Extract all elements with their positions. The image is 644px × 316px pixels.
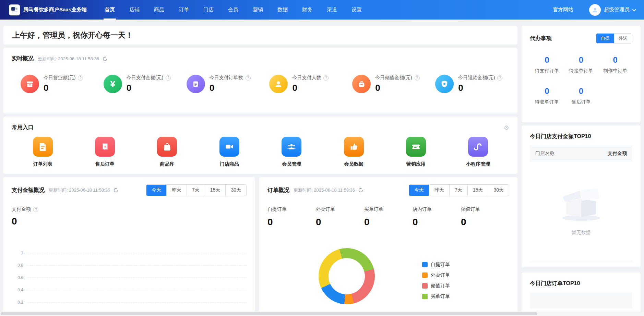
column-payment-amount: 支付金额 bbox=[608, 150, 627, 157]
donut-legend: 自提订单 外卖订单 储值订单 买单订单 bbox=[422, 259, 450, 302]
horizontal-scrollbar[interactable] bbox=[0, 312, 644, 316]
legend-item-stored-value[interactable]: 储值订单 bbox=[422, 280, 450, 291]
nav-item-orders[interactable]: 订单 bbox=[171, 0, 196, 20]
shortcut-label: 会员管理 bbox=[282, 161, 301, 167]
stat-label: 今日支付金额(元) bbox=[127, 75, 163, 81]
stat-today-paying-users: 今日支付人数? 0 bbox=[260, 75, 343, 93]
help-icon[interactable]: ? bbox=[166, 75, 171, 81]
help-icon[interactable]: ? bbox=[78, 75, 83, 81]
shortcut-member-data[interactable]: 会员数据 bbox=[323, 137, 385, 167]
todo-pending-accept[interactable]: 0待接单订单 bbox=[564, 55, 598, 74]
help-icon[interactable]: ? bbox=[497, 75, 502, 81]
divider bbox=[530, 261, 632, 261]
person-icon bbox=[269, 75, 288, 93]
legend-swatch bbox=[422, 283, 428, 289]
tab-15days[interactable]: 15天 bbox=[467, 185, 488, 196]
shortcut-goods-library[interactable]: 商品库 bbox=[136, 137, 198, 167]
todo-in-production[interactable]: 0制作中订单 bbox=[598, 55, 632, 74]
nav-item-members[interactable]: 会员 bbox=[221, 0, 246, 20]
aside-column: 代办事项 自提 外送 0待支付订单 0待接单订单 0制作中订单 0待取单订单 0… bbox=[522, 26, 641, 316]
tab-30days[interactable]: 30天 bbox=[488, 185, 509, 196]
tab-today[interactable]: 今天 bbox=[146, 185, 166, 196]
nav-item-home[interactable]: 首页 bbox=[97, 0, 122, 20]
official-site-link[interactable]: 官方网站 bbox=[553, 7, 573, 13]
todo-toggle: 自提 外送 bbox=[596, 33, 632, 44]
gear-icon[interactable]: ⚙ bbox=[504, 125, 509, 131]
empty-box-illustration bbox=[561, 186, 602, 221]
ticket-icon bbox=[406, 137, 426, 157]
payment-metric-value: 0 bbox=[12, 216, 247, 227]
nav-item-goods[interactable]: 商品 bbox=[147, 0, 171, 20]
tab-15days[interactable]: 15天 bbox=[205, 185, 226, 196]
nav-item-marketing[interactable]: 营销 bbox=[246, 0, 270, 20]
y-tick: 0.2 bbox=[12, 300, 23, 305]
shortcut-miniprogram-management[interactable]: 小程序管理 bbox=[447, 137, 509, 167]
y-tick: 1 bbox=[12, 251, 23, 255]
y-tick: 0.8 bbox=[12, 263, 23, 268]
avatar-person-icon bbox=[592, 7, 598, 13]
shopping-bag-icon bbox=[157, 137, 177, 157]
top-payment-title: 今日门店支付金额TOP10 bbox=[530, 133, 632, 140]
tab-yesterday[interactable]: 昨天 bbox=[429, 185, 449, 196]
tab-yesterday[interactable]: 昨天 bbox=[166, 185, 187, 196]
toggle-delivery[interactable]: 外送 bbox=[614, 34, 632, 43]
brand: 腾马餐饮多商户Saas业务端 bbox=[9, 4, 97, 15]
shortcut-store-goods[interactable]: 门店商品 bbox=[198, 137, 260, 167]
help-icon[interactable]: ? bbox=[415, 75, 420, 81]
stat-value: 0 bbox=[210, 83, 251, 93]
tab-7days[interactable]: 7天 bbox=[449, 185, 467, 196]
stat-value: 0 bbox=[375, 83, 419, 93]
document-icon bbox=[33, 137, 53, 157]
tab-today[interactable]: 今天 bbox=[409, 185, 429, 196]
help-icon[interactable]: ? bbox=[323, 75, 329, 81]
svg-text:¥: ¥ bbox=[104, 144, 106, 148]
shortcut-order-list[interactable]: 订单列表 bbox=[12, 137, 74, 167]
shortcut-aftersale-orders[interactable]: ¥ 售后订单 bbox=[74, 137, 136, 167]
realtime-title: 实时概况 bbox=[12, 55, 34, 62]
payment-range-tabs: 今天 昨天 7天 15天 30天 bbox=[146, 184, 247, 196]
todo-pending-payment[interactable]: 0待支付订单 bbox=[530, 55, 564, 74]
refresh-icon[interactable] bbox=[113, 187, 119, 193]
document-lines-icon bbox=[187, 75, 205, 93]
legend-item-pay-bill[interactable]: 买单订单 bbox=[422, 291, 450, 302]
legend-swatch bbox=[422, 294, 428, 299]
help-icon[interactable]: ? bbox=[246, 75, 251, 81]
refresh-icon[interactable] bbox=[102, 56, 108, 62]
realtime-overview-card: 实时概况 更新时间: 2025-06-18 11:58:36 今日营业额(元)?… bbox=[3, 48, 517, 113]
todo-pending-pickup[interactable]: 0待取单订单 bbox=[530, 86, 564, 105]
nav-item-settings[interactable]: 设置 bbox=[344, 0, 369, 20]
stat-label: 今日支付人数 bbox=[292, 75, 321, 81]
nav-item-shop[interactable]: 店铺 bbox=[122, 0, 147, 20]
help-icon[interactable]: ? bbox=[33, 207, 38, 212]
legend-item-pickup[interactable]: 自提订单 bbox=[422, 259, 450, 270]
tab-30days[interactable]: 30天 bbox=[225, 185, 246, 196]
toggle-pickup[interactable]: 自提 bbox=[596, 34, 614, 43]
todo-aftersale[interactable]: 0售后订单 bbox=[564, 86, 598, 105]
legend-swatch bbox=[422, 272, 428, 278]
scrollbar-thumb[interactable] bbox=[1, 312, 537, 315]
navbar-right: 官方网站 超级管理员 bbox=[553, 4, 635, 16]
shortcuts-title: 常用入口 bbox=[12, 124, 34, 131]
payment-update-time: 更新时间: 2025-06-18 11:58:36 bbox=[49, 187, 110, 193]
nav-item-finance[interactable]: 财务 bbox=[295, 0, 320, 20]
shortcut-marketing-apps[interactable]: 营销应用 bbox=[385, 137, 447, 167]
top-orders-card: 今日门店订单TOP10 bbox=[522, 272, 641, 316]
top-orders-table-header bbox=[530, 293, 632, 308]
chevron-down-icon[interactable] bbox=[632, 7, 636, 11]
legend-item-delivery[interactable]: 外卖订单 bbox=[422, 270, 450, 280]
user-name[interactable]: 超级管理员 bbox=[604, 7, 630, 13]
nav-item-stores[interactable]: 门店 bbox=[196, 0, 221, 20]
receipt-yen-icon: ¥ bbox=[95, 137, 115, 157]
shortcut-member-management[interactable]: 会员管理 bbox=[261, 137, 323, 167]
nav-item-channels[interactable]: 渠道 bbox=[320, 0, 344, 20]
payment-metric-label: 支付金额 bbox=[12, 206, 31, 212]
cash-register-icon bbox=[21, 75, 39, 93]
payment-overview-card: 支付金额概况 更新时间: 2025-06-18 11:58:36 今天 昨天 7… bbox=[3, 177, 255, 316]
refresh-icon[interactable] bbox=[358, 187, 363, 193]
tab-7days[interactable]: 7天 bbox=[187, 185, 205, 196]
stat-label: 今日退款金额(元) bbox=[458, 75, 495, 81]
stat-label: 今日储值金额(元) bbox=[375, 75, 412, 81]
avatar[interactable] bbox=[589, 4, 601, 16]
nav-item-data[interactable]: 数据 bbox=[270, 0, 295, 20]
top-payment-table-header: 门店名称 支付金额 bbox=[530, 146, 632, 161]
